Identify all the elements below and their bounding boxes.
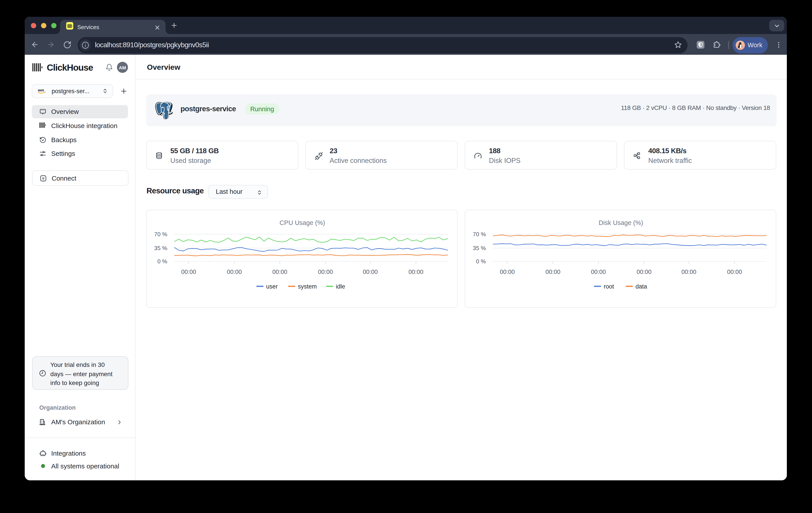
svg-text:00:00: 00:00: [591, 268, 606, 275]
svg-text:0 %: 0 %: [157, 258, 167, 264]
svg-text:00:00: 00:00: [682, 268, 696, 275]
svg-text:CPU Usage (%): CPU Usage (%): [280, 219, 325, 226]
svg-text:00:00: 00:00: [546, 268, 560, 275]
svg-text:70 %: 70 %: [154, 231, 167, 237]
svg-text:aws: aws: [38, 88, 44, 92]
svg-text:00:00: 00:00: [637, 268, 651, 275]
svg-text:00:00: 00:00: [227, 268, 242, 275]
svg-text:00:00: 00:00: [363, 268, 378, 275]
svg-text:system: system: [298, 283, 317, 290]
svg-text:Disk Usage (%): Disk Usage (%): [599, 219, 643, 226]
svg-text:root: root: [604, 283, 614, 290]
svg-text:00:00: 00:00: [272, 268, 287, 275]
svg-text:00:00: 00:00: [408, 268, 424, 275]
svg-text:00:00: 00:00: [500, 268, 515, 275]
svg-text:00:00: 00:00: [727, 268, 742, 275]
svg-text:00:00: 00:00: [181, 268, 196, 275]
svg-text:35 %: 35 %: [473, 245, 486, 251]
svg-text:data: data: [636, 283, 647, 290]
svg-text:35 %: 35 %: [154, 245, 167, 251]
svg-text:0 %: 0 %: [476, 258, 486, 264]
svg-text:idle: idle: [336, 283, 345, 290]
svg-text:user: user: [266, 283, 278, 290]
svg-text:70 %: 70 %: [473, 231, 486, 237]
svg-text:00:00: 00:00: [318, 268, 333, 275]
